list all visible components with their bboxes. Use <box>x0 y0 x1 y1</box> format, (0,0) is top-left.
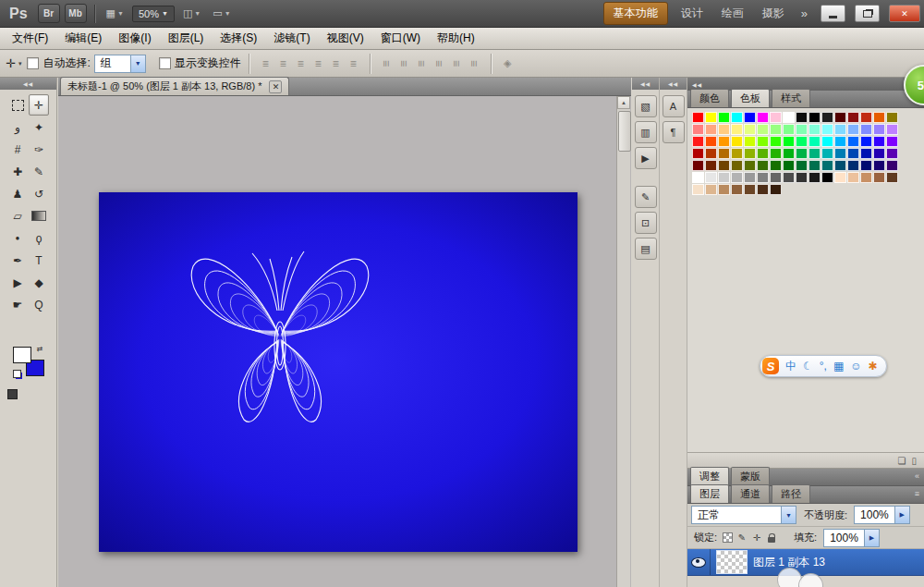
color-swatch[interactable] <box>886 148 898 159</box>
color-swatch[interactable] <box>873 160 885 171</box>
blur-tool[interactable]: ● <box>7 227 28 249</box>
vertical-scrollbar[interactable]: ▲ <box>616 96 630 587</box>
color-swatch[interactable] <box>770 124 782 135</box>
color-swatch[interactable] <box>770 136 782 147</box>
mini-bridge-button[interactable]: Mb <box>65 4 87 23</box>
bridge-button[interactable]: Br <box>38 4 60 23</box>
navigator-panel-icon[interactable]: ▧ <box>635 95 657 117</box>
dodge-tool[interactable]: ϙ <box>29 227 49 249</box>
moon-icon[interactable]: ☾ <box>803 361 813 372</box>
menu-item-7[interactable]: 窗口(W) <box>372 31 429 46</box>
color-swatch[interactable] <box>744 160 756 171</box>
color-swatch[interactable] <box>757 184 769 195</box>
fill-field[interactable]: 100% ▶ <box>823 529 880 547</box>
layer-row-selected[interactable]: 图层 1 副本 13 <box>687 549 924 576</box>
dock-collapse-bar[interactable]: ◀◀ <box>632 78 659 90</box>
tab-adjustments[interactable]: 调整 <box>690 467 729 485</box>
color-swatch[interactable] <box>744 172 756 183</box>
menu-item-0[interactable]: 文件(F) <box>4 31 56 46</box>
color-swatch[interactable] <box>860 160 872 171</box>
color-swatch[interactable] <box>821 160 833 171</box>
lock-all-icon[interactable] <box>765 532 778 544</box>
color-swatch[interactable] <box>873 172 885 183</box>
layer-comps-panel-icon[interactable]: ▤ <box>635 238 657 260</box>
color-swatch[interactable] <box>886 112 898 123</box>
color-swatch[interactable] <box>847 160 859 171</box>
color-swatch[interactable] <box>847 112 859 123</box>
color-swatch[interactable] <box>731 136 743 147</box>
color-swatch[interactable] <box>808 148 821 159</box>
collapse-chevron-icon[interactable]: ◀◀ <box>692 81 702 88</box>
color-swatch[interactable] <box>886 172 898 183</box>
new-swatch-icon[interactable]: ❏ <box>898 456 906 466</box>
spot-healing-brush-tool[interactable]: ✚ <box>7 161 28 182</box>
color-swatch[interactable] <box>770 148 782 159</box>
menu-item-1[interactable]: 编辑(E) <box>56 31 110 46</box>
align-right-edges[interactable]: ≡ <box>345 55 362 72</box>
menu-item-8[interactable]: 帮助(H) <box>429 31 483 46</box>
tab-styles[interactable]: 样式 <box>772 89 810 107</box>
minimize-button[interactable] <box>821 5 845 22</box>
color-swatch[interactable] <box>821 136 833 147</box>
lock-image-pixels-icon[interactable]: ✎ <box>736 532 748 544</box>
tool-preset-picker[interactable]: ✛▾ <box>6 56 21 70</box>
color-swatch[interactable] <box>718 124 730 135</box>
screen-mode-dropdown[interactable]: ▭▼ <box>209 6 234 21</box>
color-swatch[interactable] <box>783 136 795 147</box>
color-swatch[interactable] <box>821 172 833 183</box>
align-horizontal-centers[interactable]: ≡ <box>327 55 345 72</box>
color-swatch[interactable] <box>834 112 846 123</box>
color-swatch[interactable] <box>744 124 756 135</box>
color-swatch[interactable] <box>834 160 846 171</box>
sogou-logo-icon[interactable]: S <box>762 358 779 374</box>
distribute-vertical-centers[interactable]: ≡ <box>395 55 413 72</box>
color-swatch[interactable] <box>796 172 808 183</box>
color-swatch[interactable] <box>692 124 704 135</box>
color-swatch[interactable] <box>731 148 743 159</box>
color-swatch[interactable] <box>796 124 808 135</box>
color-swatch[interactable] <box>886 136 898 147</box>
histogram-panel-icon[interactable]: ▥ <box>635 121 657 143</box>
menu-item-4[interactable]: 选择(S) <box>212 31 265 46</box>
color-swatch[interactable] <box>808 112 821 123</box>
color-swatch[interactable] <box>757 124 769 135</box>
layer-visibility-toggle[interactable] <box>687 549 711 575</box>
horizontal-type-tool[interactable]: T <box>29 250 49 271</box>
keyboard-icon[interactable]: ▦ <box>833 361 844 372</box>
tab-paths[interactable]: 路径 <box>772 484 810 503</box>
color-swatch[interactable] <box>821 148 833 159</box>
color-swatch[interactable] <box>796 160 808 171</box>
color-swatch[interactable] <box>718 172 730 183</box>
color-swatch[interactable] <box>783 160 795 171</box>
hand-tool[interactable]: ☛ <box>7 294 28 315</box>
color-swatch[interactable] <box>744 112 756 123</box>
align-bottom-edges[interactable]: ≡ <box>292 55 310 72</box>
arrange-documents-dropdown[interactable]: ▦▼ <box>103 6 128 21</box>
collapse-chevron-icon[interactable]: « <box>915 471 919 481</box>
document-tab[interactable]: 未标题-1 @ 50% (图层 1 副本 13, RGB/8) * ✕ <box>60 77 289 95</box>
layer-thumbnail[interactable] <box>716 550 748 574</box>
crop-tool[interactable]: # <box>7 139 28 160</box>
clone-source-panel-icon[interactable]: ⊡ <box>635 212 657 234</box>
color-swatch[interactable] <box>705 124 717 135</box>
color-swatch[interactable] <box>731 172 743 183</box>
color-swatch[interactable] <box>860 172 872 183</box>
color-swatch[interactable] <box>783 124 795 135</box>
foreground-color-swatch[interactable] <box>13 347 31 363</box>
color-swatch[interactable] <box>744 148 756 159</box>
color-swatch[interactable] <box>744 136 756 147</box>
brush-tool[interactable]: ✎ <box>29 161 49 182</box>
color-swatch[interactable] <box>705 112 717 123</box>
color-swatch[interactable] <box>847 136 859 147</box>
color-swatch[interactable] <box>808 172 821 183</box>
default-colors-icon[interactable] <box>13 370 21 378</box>
color-swatch[interactable] <box>692 112 704 123</box>
color-swatch[interactable] <box>731 112 743 123</box>
color-swatch[interactable] <box>796 148 808 159</box>
tab-swatches[interactable]: 色板 <box>731 89 770 107</box>
paragraph-panel-icon[interactable]: ¶ <box>663 121 685 143</box>
close-button[interactable]: ✕ <box>889 5 920 22</box>
menu-item-3[interactable]: 图层(L) <box>160 31 213 46</box>
dock-collapse-bar[interactable]: ◀◀ <box>660 78 687 90</box>
color-swatch[interactable] <box>834 124 846 135</box>
